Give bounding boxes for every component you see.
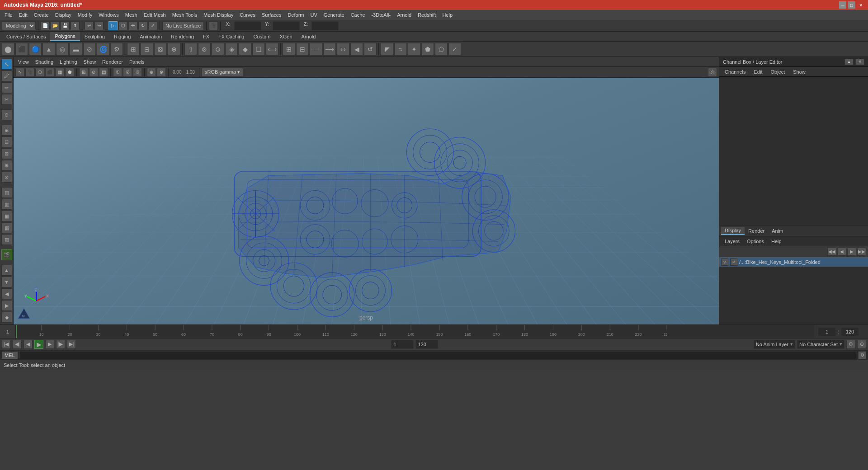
shelf-icon-extrude[interactable]: ⇧ bbox=[184, 43, 197, 56]
vp-solid[interactable]: ⬛ bbox=[45, 68, 54, 77]
shelf-tab-animation[interactable]: Animation bbox=[135, 33, 166, 41]
shelf-icon-offset-edge[interactable]: ⊟ bbox=[296, 43, 309, 56]
menu-edit[interactable]: Edit bbox=[16, 11, 30, 19]
vp-isolate-select[interactable]: ◎ bbox=[708, 68, 717, 77]
window-controls[interactable]: ─ □ ✕ bbox=[839, 1, 864, 9]
shelf-icon-connect[interactable]: — bbox=[310, 43, 322, 56]
vp-menu-renderer[interactable]: Renderer bbox=[99, 58, 126, 66]
paint-tool[interactable]: 🖊 bbox=[1, 70, 12, 81]
command-mode-label[interactable]: MEL bbox=[2, 352, 18, 359]
channel-box-close[interactable]: ✕ bbox=[855, 59, 864, 65]
shelf-icon-torus[interactable]: ◎ bbox=[56, 43, 69, 56]
menu-display[interactable]: Display bbox=[52, 11, 74, 19]
vp-resolution[interactable]: ⊕ bbox=[147, 68, 156, 77]
vp-grid[interactable]: ⊞ bbox=[79, 68, 88, 77]
menu-generate[interactable]: Generate bbox=[321, 11, 347, 19]
extra-4[interactable]: ▶ bbox=[1, 300, 12, 311]
playback-end-field[interactable]: 120 bbox=[415, 340, 438, 349]
camera-button[interactable]: 🎥 bbox=[209, 21, 218, 30]
mode-dropdown[interactable]: Modeling bbox=[2, 21, 36, 30]
sculpt-tool[interactable]: ✏ bbox=[1, 82, 12, 93]
menu-create[interactable]: Create bbox=[31, 11, 52, 19]
command-input[interactable] bbox=[19, 351, 856, 359]
redo-button[interactable]: ↪ bbox=[94, 21, 104, 30]
range-end-field[interactable]: 120 bbox=[841, 327, 859, 336]
vp-wireframe[interactable]: ⬡ bbox=[35, 68, 44, 77]
shelf-icon-gear[interactable]: ⚙ bbox=[110, 43, 123, 56]
shelf-tab-fx-caching[interactable]: FX Caching bbox=[214, 33, 249, 41]
shelf-icon-combine[interactable]: ⊞ bbox=[127, 43, 140, 56]
menu-arnold[interactable]: Arnold bbox=[394, 11, 414, 19]
shelf-icon-fill[interactable]: ◈ bbox=[225, 43, 238, 56]
layer-playback[interactable]: P bbox=[730, 258, 737, 266]
shelf-icon-cone[interactable]: ▲ bbox=[42, 43, 55, 56]
anim-layer-dropdown[interactable]: No Anim Layer ▾ bbox=[754, 340, 795, 349]
shelf-icon-reduce[interactable]: ⬠ bbox=[435, 43, 448, 56]
save-scene-button[interactable]: 💾 bbox=[61, 21, 70, 30]
move-tool-button[interactable]: ✛ bbox=[128, 21, 137, 30]
shelf-tab-fx[interactable]: FX bbox=[198, 33, 214, 41]
lasso-select-button[interactable]: ⬡ bbox=[118, 21, 127, 30]
maximize-button[interactable]: □ bbox=[848, 1, 855, 9]
shelf-icon-cleanup[interactable]: ✓ bbox=[448, 43, 461, 56]
le-sub-options[interactable]: Options bbox=[743, 238, 768, 245]
layer-forward-btn[interactable]: ▶▶ bbox=[857, 248, 866, 256]
shelf-icon-bridge[interactable]: ⊗ bbox=[198, 43, 211, 56]
display-4[interactable]: ⊕ bbox=[1, 160, 12, 171]
shelf-tab-sculpting[interactable]: Sculpting bbox=[80, 33, 109, 41]
layer-next-btn[interactable]: ▶ bbox=[847, 248, 856, 256]
shelf-icon-wedge[interactable]: ◆ bbox=[239, 43, 251, 56]
layer-prev-btn[interactable]: ◀ bbox=[837, 248, 846, 256]
menu-uv[interactable]: UV bbox=[307, 11, 320, 19]
vp-snap-2[interactable]: ② bbox=[123, 68, 132, 77]
display-2[interactable]: ⊟ bbox=[1, 136, 12, 147]
le-sub-layers[interactable]: Layers bbox=[721, 238, 743, 245]
range-start-field[interactable]: 1 bbox=[818, 327, 836, 336]
shelf-icon-sphere[interactable]: ⬤ bbox=[2, 43, 14, 56]
shelf-tab-rigging[interactable]: Rigging bbox=[109, 33, 135, 41]
le-sub-help[interactable]: Help bbox=[768, 238, 785, 245]
le-tab-anim[interactable]: Anim bbox=[768, 227, 787, 235]
layer-back-btn[interactable]: ◀◀ bbox=[827, 248, 836, 256]
select-tool-button[interactable]: ▷ bbox=[108, 21, 118, 30]
extra-5[interactable]: ◆ bbox=[1, 312, 12, 323]
shelf-icon-poke[interactable]: ✦ bbox=[408, 43, 420, 56]
shelf-icon-helix[interactable]: 🌀 bbox=[97, 43, 109, 56]
next-key-btn[interactable]: |▶ bbox=[56, 340, 65, 349]
vp-menu-shading[interactable]: Shading bbox=[33, 58, 56, 66]
menu-surfaces[interactable]: Surfaces bbox=[259, 11, 284, 19]
cb-tab-object[interactable]: Object bbox=[767, 68, 788, 75]
shelf-icon-bevel[interactable]: ◤ bbox=[381, 43, 393, 56]
select-tool-left[interactable]: ↖ bbox=[1, 59, 12, 70]
3d-viewport[interactable]: X Y Z M persp bbox=[14, 78, 719, 324]
vp-textured[interactable]: ▦ bbox=[55, 68, 64, 77]
undo-button[interactable]: ↩ bbox=[85, 21, 94, 30]
vp-menu-show[interactable]: Show bbox=[81, 58, 99, 66]
y-field[interactable] bbox=[273, 21, 300, 30]
layer-visibility[interactable]: V bbox=[721, 258, 728, 266]
char-set-dropdown[interactable]: No Character Set ▾ bbox=[797, 340, 844, 349]
next-frame-btn[interactable]: ▶ bbox=[45, 340, 54, 349]
menu-file[interactable]: File bbox=[2, 11, 15, 19]
render-btn[interactable]: 🎬 bbox=[1, 249, 12, 260]
layout-5[interactable]: ▨ bbox=[1, 234, 12, 245]
shelf-icon-separate[interactable]: ⊟ bbox=[141, 43, 153, 56]
menu-mesh-display[interactable]: Mesh Display bbox=[201, 11, 236, 19]
vp-menu-view[interactable]: View bbox=[15, 58, 32, 66]
shelf-tab-polygons[interactable]: Polygons bbox=[50, 32, 80, 41]
playback-start-field[interactable]: 1 bbox=[391, 340, 414, 349]
cut-tool[interactable]: ✂ bbox=[1, 94, 12, 105]
play-btn[interactable]: ▶ bbox=[34, 340, 43, 349]
le-tab-render[interactable]: Render bbox=[745, 227, 768, 235]
extra-2[interactable]: ▼ bbox=[1, 277, 12, 287]
layer-item[interactable]: V P /...:Bike_Hex_Keys_Multitool_Folded bbox=[719, 257, 868, 267]
shelf-icon-detach[interactable]: ⟿ bbox=[323, 43, 336, 56]
menu-deform[interactable]: Deform bbox=[285, 11, 307, 19]
vp-select-mode[interactable]: ↖ bbox=[15, 68, 24, 77]
layout-4[interactable]: ▧ bbox=[1, 222, 12, 233]
shelf-icon-crease[interactable]: ≈ bbox=[394, 43, 407, 56]
menu-help[interactable]: Help bbox=[439, 11, 455, 19]
shelf-icon-cylinder[interactable]: 🔵 bbox=[29, 43, 42, 56]
vp-gamma-button[interactable]: sRGB gamma ▾ bbox=[202, 68, 243, 77]
menu-mesh-tools[interactable]: Mesh Tools bbox=[170, 11, 200, 19]
